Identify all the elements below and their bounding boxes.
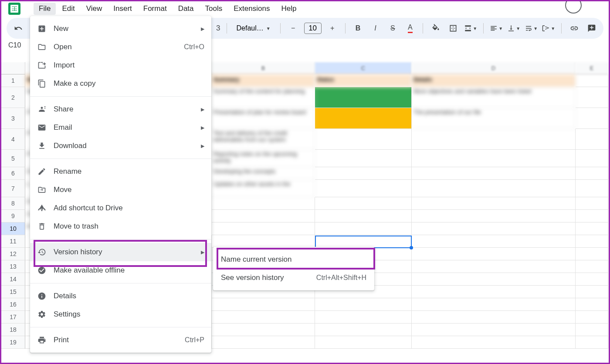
chevron-down-icon: ▼ — [498, 26, 503, 31]
separator — [280, 23, 281, 34]
separator — [561, 23, 562, 34]
menu-item-label: Rename — [54, 167, 204, 176]
row-header[interactable]: 11 — [1, 235, 25, 248]
info-icon — [37, 291, 47, 301]
row-header[interactable]: 6 — [1, 167, 25, 180]
row-header[interactable]: 16 — [1, 298, 25, 311]
undo-icon — [14, 24, 23, 33]
text-wrap-button[interactable]: ▼ — [525, 22, 538, 35]
row-header[interactable]: 4 — [1, 129, 25, 150]
separator — [423, 23, 423, 34]
menu-item-label: Move to trash — [54, 222, 204, 231]
file-menu-version-history[interactable]: Version history▶ — [30, 243, 211, 261]
sheets-logo-icon[interactable] — [8, 3, 20, 15]
menu-item-shortcut: Ctrl+P — [185, 336, 204, 344]
row-header[interactable]: 1 — [1, 74, 25, 87]
file-menu-new[interactable]: New▶ — [30, 20, 211, 38]
menu-insert[interactable]: Insert — [108, 3, 137, 15]
row-header[interactable]: 18 — [1, 324, 25, 336]
file-menu-make-a-copy[interactable]: Make a copy — [30, 74, 211, 93]
font-size-decrease[interactable]: − — [287, 22, 300, 35]
font-size-increase[interactable]: + — [326, 22, 339, 35]
vertical-align-button[interactable]: ▼ — [507, 22, 520, 35]
menu-format[interactable]: Format — [138, 3, 172, 15]
menu-divider — [30, 283, 211, 283]
chevron-down-icon: ▼ — [473, 26, 477, 31]
row-header[interactable]: 10 — [1, 222, 25, 235]
file-menu-import[interactable]: Import — [30, 56, 211, 74]
horizontal-align-button[interactable]: ▼ — [490, 22, 503, 35]
import-icon — [37, 61, 47, 70]
menu-item-label: Version history — [54, 248, 194, 256]
file-menu-share[interactable]: Share▶ — [30, 100, 211, 118]
active-cell[interactable] — [315, 236, 412, 248]
chevron-right-icon: ▶ — [201, 125, 204, 131]
menu-help[interactable]: Help — [276, 3, 302, 15]
select-all-corner[interactable] — [1, 62, 25, 74]
align-bottom-icon — [507, 24, 515, 33]
menu-view[interactable]: View — [81, 3, 108, 15]
download-icon — [37, 141, 47, 151]
menu-file[interactable]: File — [34, 3, 56, 15]
chevron-down-icon: ▼ — [533, 26, 538, 31]
name-box[interactable]: C10 — [8, 41, 30, 49]
toolbar-number-fragment: 3 — [216, 24, 220, 33]
menu-edit[interactable]: Edit — [57, 3, 80, 15]
file-menu-move[interactable]: Move — [30, 181, 211, 199]
chevron-right-icon: ▶ — [201, 26, 204, 32]
submenu-name-current-version[interactable]: Name current version — [213, 250, 374, 269]
menu-divider — [30, 327, 211, 327]
menu-item-label: Print — [54, 336, 178, 344]
bold-button[interactable]: B — [352, 22, 365, 35]
file-menu-details[interactable]: Details — [30, 287, 211, 305]
font-size-input[interactable]: 10 — [304, 23, 322, 34]
row-header[interactable]: 3 — [1, 108, 25, 129]
menu-extensions[interactable]: Extensions — [228, 3, 275, 15]
row-header[interactable]: 14 — [1, 273, 25, 286]
text-rotation-button[interactable]: ▼ — [542, 22, 555, 35]
plus-box-icon — [37, 24, 47, 34]
borders-button[interactable] — [447, 22, 460, 35]
menu-tools[interactable]: Tools — [200, 3, 228, 15]
menu-item-shortcut: Ctrl+O — [184, 43, 204, 51]
row-header[interactable]: 13 — [1, 260, 25, 273]
text-color-button[interactable]: A — [403, 22, 417, 35]
file-menu-settings[interactable]: Settings — [30, 305, 211, 324]
file-menu-make-available-offline[interactable]: Make available offline — [30, 261, 211, 280]
font-family-select[interactable]: Defaul… ▼ — [233, 23, 274, 34]
insert-link-button[interactable] — [568, 22, 581, 35]
file-menu-move-to-trash[interactable]: Move to trash — [30, 217, 211, 236]
offline-icon — [37, 266, 47, 275]
fill-color-button[interactable] — [429, 22, 442, 35]
italic-button[interactable]: I — [369, 22, 382, 35]
comment-plus-icon — [587, 24, 596, 33]
strikethrough-button[interactable]: S — [386, 22, 399, 35]
insert-comment-button[interactable] — [585, 22, 598, 35]
file-menu-download[interactable]: Download▶ — [30, 137, 211, 155]
row-header[interactable]: 8 — [1, 197, 25, 210]
file-menu-print[interactable]: PrintCtrl+P — [30, 331, 211, 349]
row-header[interactable]: 5 — [1, 150, 25, 167]
rename-icon — [37, 167, 47, 176]
merge-cells-button[interactable]: ▼ — [464, 22, 477, 35]
row-header[interactable]: 9 — [1, 210, 25, 222]
row-header[interactable]: 15 — [1, 286, 25, 298]
history-icon — [37, 247, 47, 257]
col-header-e[interactable]: E — [576, 62, 608, 74]
row-header[interactable]: 12 — [1, 248, 25, 260]
submenu-see-version-history[interactable]: See version history Ctrl+Alt+Shift+H — [213, 269, 374, 287]
row-header[interactable]: 2 — [1, 87, 25, 108]
file-menu-email[interactable]: Email▶ — [30, 118, 211, 137]
file-menu-rename[interactable]: Rename — [30, 162, 211, 181]
undo-button[interactable] — [12, 22, 25, 35]
row-header[interactable]: 17 — [1, 311, 25, 324]
row-header[interactable]: 19 — [1, 336, 25, 349]
col-header-b[interactable]: B — [212, 62, 315, 74]
col-header-d[interactable]: D — [412, 62, 576, 74]
file-menu-open[interactable]: OpenCtrl+O — [30, 38, 211, 56]
row-header[interactable]: 7 — [1, 180, 25, 197]
paint-bucket-icon — [431, 24, 440, 33]
col-header-c[interactable]: C — [315, 62, 412, 74]
menu-data[interactable]: Data — [173, 3, 199, 15]
file-menu-add-shortcut-to-drive[interactable]: Add shortcut to Drive — [30, 199, 211, 217]
